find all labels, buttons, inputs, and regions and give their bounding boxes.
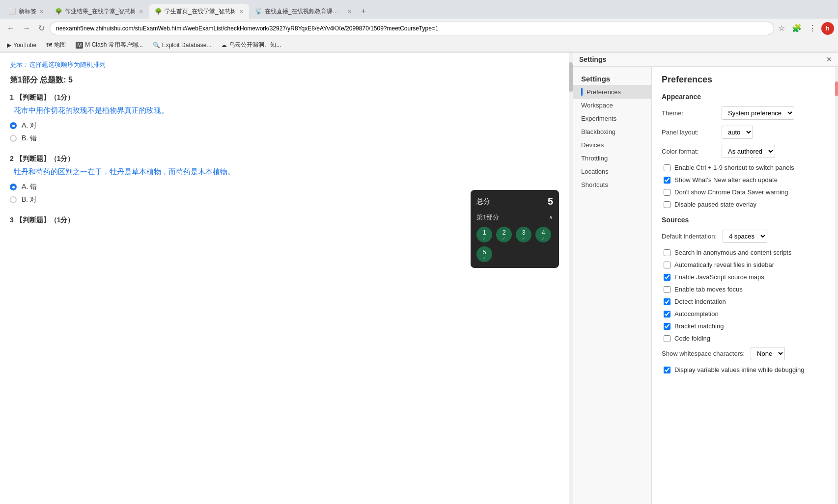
settings-nav-locations[interactable]: Locations [573, 165, 651, 178]
tab-3[interactable]: 🌳 学生首页_在线学堂_智慧树 ✕ [149, 4, 249, 19]
devtools-right-scrollbar-thumb[interactable] [835, 81, 838, 96]
forward-button[interactable]: → [20, 22, 33, 35]
q-circle-3[interactable]: 3 ✓ [516, 227, 531, 242]
exam-scrollbar[interactable] [569, 53, 573, 504]
settings-nav-preferences[interactable]: Preferences [573, 85, 651, 99]
score-overlay: 总分 5 第1部分 ∧ 1 ✓ 2 ✓ 3 ✓ [471, 190, 559, 268]
score-label: 总分 [476, 197, 490, 206]
question-1-option-a[interactable]: A. 对 [10, 121, 559, 130]
default-indent-select[interactable]: 4 spaces [723, 230, 767, 243]
tab-2-title: 作业结果_在线学堂_智慧树 [65, 7, 136, 16]
tab-4-favicon: 📡 [255, 8, 262, 15]
tab-1[interactable]: ⬜ 新标签 ✕ [3, 4, 49, 19]
checkbox-bracket-row: Bracket matching [662, 322, 825, 330]
checkbox-ctrl19-row: Enable Ctrl + 1-9 shortcut to switch pan… [662, 164, 825, 171]
settings-nav-shortcuts[interactable]: Shortcuts [573, 178, 651, 191]
settings-nav-devices[interactable]: Devices [573, 138, 651, 152]
settings-nav-blackboxing[interactable]: Blackboxing [573, 125, 651, 138]
new-tab-button[interactable]: + [357, 4, 370, 19]
settings-nav-throttling[interactable]: Throttling [573, 152, 651, 165]
back-button[interactable]: ← [4, 22, 18, 35]
tab-2[interactable]: 🌳 作业结果_在线学堂_智慧树 ✕ [49, 4, 149, 19]
theme-select[interactable]: System preference [722, 106, 794, 120]
tab-3-title: 学生首页_在线学堂_智慧树 [165, 7, 236, 16]
chevron-up-icon: ∧ [549, 214, 553, 221]
bookmark-clash[interactable]: M M Clash 常用客户端... [73, 40, 146, 50]
tab-4[interactable]: 📡 在线直播_在线视频教育课程_智... ✕ [249, 4, 357, 19]
whitespace-select[interactable]: None [751, 347, 785, 360]
checkbox-paused[interactable] [664, 201, 670, 208]
checkbox-datasaver-row: Don't show Chrome Data Saver warning [662, 188, 825, 196]
checkbox-anon-label: Search in anonymous and content scripts [674, 249, 791, 256]
q-circle-1[interactable]: 1 ✓ [476, 227, 492, 242]
devtools-header: Settings ✕ [573, 53, 838, 67]
panel-layout-select[interactable]: auto [722, 126, 753, 139]
active-indicator [581, 88, 583, 96]
checkbox-paused-label: Disable paused state overlay [674, 201, 756, 208]
bookmark-youtube[interactable]: ▶ YouTube [4, 41, 39, 50]
checkbox-folding[interactable] [664, 335, 670, 342]
exam-scrollbar-thumb[interactable] [569, 62, 573, 92]
settings-sidebar: Settings Preferences Workspace Experimen… [573, 67, 652, 504]
tab-3-close[interactable]: ✕ [239, 9, 243, 14]
checkbox-tabfocus-label: Enable tab moves focus [674, 286, 743, 293]
radio-1a[interactable] [10, 122, 17, 129]
checkbox-detect[interactable] [664, 298, 670, 305]
wuyun-icon: ☁ [221, 42, 227, 49]
exam-area[interactable]: 提示：选择题选项顺序为随机排列 第1部分 总题数: 5 1 【判断题】（1分） … [0, 53, 569, 504]
reload-button[interactable]: ↻ [35, 22, 48, 35]
color-format-label: Color format: [662, 148, 716, 155]
checkbox-datasaver[interactable] [664, 189, 670, 196]
default-indent-row: Default indentation: 4 spaces [662, 230, 825, 243]
radio-2a[interactable] [10, 184, 17, 190]
checkbox-jsmaps[interactable] [664, 274, 670, 281]
devtools-panel-title: Settings [579, 55, 606, 63]
tab-2-close[interactable]: ✕ [139, 9, 143, 14]
checkbox-anon[interactable] [664, 249, 670, 256]
q-circle-4[interactable]: 4 ✓ [535, 227, 551, 242]
tab-3-favicon: 🌳 [155, 8, 162, 15]
menu-icon[interactable]: ⋮ [807, 23, 818, 34]
theme-label: Theme: [662, 109, 716, 117]
theme-row: Theme: System preference [662, 106, 825, 120]
whitespace-label: Show whitespace characters: [662, 350, 745, 357]
question-1-option-b[interactable]: B. 错 [10, 134, 559, 143]
exam-section-title: 第1部分 总题数: 5 [10, 75, 559, 85]
tab-4-close[interactable]: ✕ [347, 9, 351, 14]
checkbox-whatsnew[interactable] [664, 177, 670, 184]
devtools-right-scrollbar[interactable] [835, 67, 838, 504]
bookmark-wuyun[interactable]: ☁ 乌云公开漏洞、知... [218, 40, 284, 50]
settings-nav-experiments[interactable]: Experiments [573, 112, 651, 125]
settings-nav-workspace[interactable]: Workspace [573, 99, 651, 112]
color-format-select[interactable]: As authored [722, 145, 775, 158]
question-grid: 1 ✓ 2 ✓ 3 ✓ 4 ✓ 5 ✓ [476, 227, 553, 262]
whitespace-row: Show whitespace characters: None [662, 347, 825, 360]
checkbox-displayvars[interactable] [664, 367, 670, 373]
address-bar[interactable] [50, 22, 774, 35]
profile-button[interactable]: h [821, 22, 834, 35]
bookmark-exploit[interactable]: 🔍 Exploit Database... [150, 41, 215, 50]
toolbar-icons: ☆ 🧩 ⋮ h [776, 22, 834, 35]
checkbox-autocomplete[interactable] [664, 311, 670, 318]
checkbox-tabfocus[interactable] [664, 286, 670, 293]
checkbox-bracket[interactable] [664, 323, 670, 330]
tab-1-close[interactable]: ✕ [39, 9, 43, 14]
question-1: 1 【判断题】（1分） 花市中用作切花的玫瑰不是植物界真正的玫瑰。 A. 对 B… [10, 93, 559, 143]
q-circle-5[interactable]: 5 ✓ [476, 246, 492, 262]
checkbox-tabfocus-row: Enable tab moves focus [662, 286, 825, 293]
q-circle-2[interactable]: 2 ✓ [496, 227, 512, 242]
devtools-close-button[interactable]: ✕ [826, 55, 832, 63]
exam-hint: 提示：选择题选项顺序为随机排列 [10, 60, 559, 69]
extensions-icon[interactable]: 🧩 [790, 23, 804, 34]
bookmark-maps[interactable]: 🗺 地图 [43, 40, 69, 50]
checkbox-paused-row: Disable paused state overlay [662, 201, 825, 208]
checkbox-ctrl19[interactable] [664, 164, 670, 171]
checkbox-ctrl19-label: Enable Ctrl + 1-9 shortcut to switch pan… [674, 164, 794, 171]
radio-2b[interactable] [10, 196, 17, 203]
section-header[interactable]: 第1部分 ∧ [476, 213, 553, 222]
checkbox-reveal[interactable] [664, 262, 670, 268]
star-icon[interactable]: ☆ [776, 23, 787, 34]
checkbox-reveal-label: Automatically reveal files in sidebar [674, 261, 774, 268]
settings-group-label: Settings [573, 71, 651, 85]
radio-1b[interactable] [10, 135, 17, 142]
